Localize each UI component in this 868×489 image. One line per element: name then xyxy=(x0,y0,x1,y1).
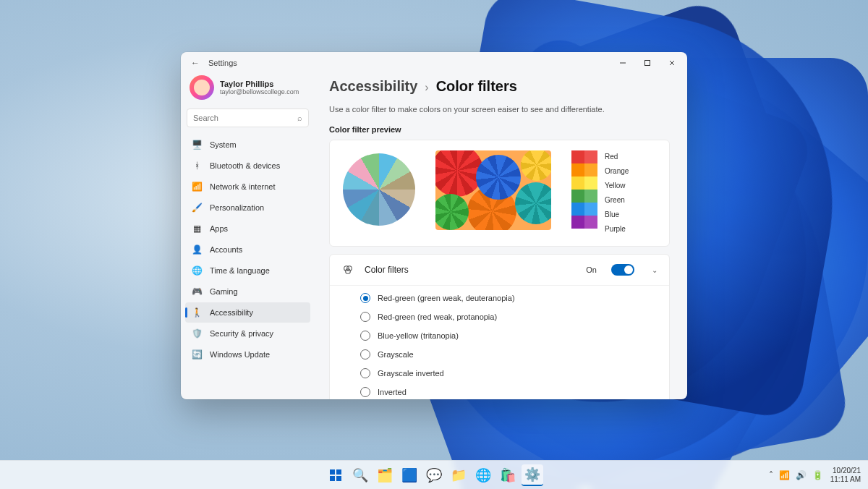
filter-option-label: Blue-yellow (tritanopia) xyxy=(378,331,459,340)
sidebar-item-label: Accessibility xyxy=(210,308,253,317)
time-icon: 🌐 xyxy=(191,265,203,276)
color-swatch xyxy=(584,163,597,177)
color-swatch xyxy=(584,150,597,163)
volume-tray-icon[interactable]: 🔊 xyxy=(796,470,807,480)
sidebar-item-bluetooth-devices[interactable]: ᚼBluetooth & devices xyxy=(185,156,310,176)
sidebar-item-network-internet[interactable]: 📶Network & internet xyxy=(185,177,310,197)
radio-icon xyxy=(360,387,370,397)
window-title: Settings xyxy=(208,59,237,67)
swatch-label: Orange xyxy=(605,165,629,178)
filter-option-label: Red-green (red weak, protanopia) xyxy=(378,312,497,321)
search-input[interactable] xyxy=(193,114,297,122)
svg-rect-10 xyxy=(336,476,341,481)
color-swatch xyxy=(571,163,584,177)
apps-icon: ▦ xyxy=(191,223,203,234)
breadcrumb-parent[interactable]: Accessibility xyxy=(329,78,417,95)
sidebar-item-label: Bluetooth & devices xyxy=(210,161,280,170)
filter-option[interactable]: Grayscale xyxy=(360,345,658,364)
preview-title: Color filter preview xyxy=(329,125,670,134)
close-button[interactable] xyxy=(660,52,684,74)
color-swatch xyxy=(584,203,597,216)
chevron-down-icon: ⌄ xyxy=(652,266,658,274)
breadcrumb: Accessibility › Color filters xyxy=(329,78,670,95)
sidebar-item-label: System xyxy=(210,140,237,149)
sidebar-item-personalization[interactable]: 🖌️Personalization xyxy=(185,197,310,218)
profile-email: taylor@bellowscollege.com xyxy=(220,88,299,95)
minimize-button[interactable] xyxy=(610,52,635,74)
taskbar-search-icon[interactable]: 🔍 xyxy=(349,464,371,486)
filter-option-label: Grayscale inverted xyxy=(378,369,444,378)
taskbar-center: 🔍 🗂️ 🟦 💬 📁 🌐 🛍️ ⚙️ xyxy=(325,464,543,486)
photo-preview xyxy=(435,150,551,230)
gaming-icon: 🎮 xyxy=(191,286,203,297)
taskbar: 🔍 🗂️ 🟦 💬 📁 🌐 🛍️ ⚙️ ˄ 📶 🔊 🔋 10/20/21 11:1… xyxy=(0,460,868,489)
swatch-label: Green xyxy=(605,194,629,207)
filter-icon xyxy=(341,263,354,276)
nav-list: 🖥️SystemᚼBluetooth & devices📶Network & i… xyxy=(185,135,310,365)
svg-rect-1 xyxy=(645,61,650,66)
system-tray[interactable]: ˄ 📶 🔊 🔋 10/20/21 11:11 AM xyxy=(769,467,861,484)
edge-icon[interactable]: 🌐 xyxy=(472,464,494,486)
chat-icon[interactable]: 💬 xyxy=(423,464,445,486)
maximize-button[interactable] xyxy=(635,52,660,74)
toggle-switch[interactable] xyxy=(611,264,634,276)
sidebar-item-accounts[interactable]: 👤Accounts xyxy=(185,239,310,260)
sidebar-item-label: Personalization xyxy=(210,203,264,212)
profile-block[interactable]: Taylor Phillips taylor@bellowscollege.co… xyxy=(185,74,310,107)
toggle-label: Color filters xyxy=(365,265,576,275)
color-swatch xyxy=(571,150,584,163)
settings-app-icon[interactable]: ⚙️ xyxy=(522,464,543,486)
back-button[interactable]: ← xyxy=(187,58,204,68)
svg-rect-7 xyxy=(330,469,335,475)
filter-option[interactable]: Grayscale inverted xyxy=(360,364,658,383)
brush-icon: 🖌️ xyxy=(191,202,203,213)
filter-option[interactable]: Inverted xyxy=(360,383,658,399)
avatar xyxy=(190,75,214,100)
sidebar-item-security-privacy[interactable]: 🛡️Security & privacy xyxy=(185,323,310,344)
sidebar-item-apps[interactable]: ▦Apps xyxy=(185,218,310,239)
filter-option[interactable]: Red-green (green weak, deuteranopia) xyxy=(360,289,658,307)
profile-name: Taylor Phillips xyxy=(220,80,299,88)
sidebar-item-label: Gaming xyxy=(210,287,238,296)
tray-overflow-icon[interactable]: ˄ xyxy=(769,470,773,480)
filter-option[interactable]: Blue-yellow (tritanopia) xyxy=(360,326,658,345)
taskbar-date: 10/20/21 xyxy=(830,467,861,475)
filter-option-label: Red-green (green weak, deuteranopia) xyxy=(378,294,515,302)
widgets-icon[interactable]: 🟦 xyxy=(399,464,420,486)
color-filters-toggle-row[interactable]: Color filters On ⌄ xyxy=(330,255,669,285)
taskbar-time: 11:11 AM xyxy=(830,475,861,484)
search-box[interactable]: ⌕ xyxy=(187,109,309,127)
swatch-label: Yellow xyxy=(605,179,629,192)
accounts-icon: 👤 xyxy=(191,244,203,255)
chevron-right-icon: › xyxy=(425,81,428,94)
settings-window: ← Settings Taylor Phillips taylor@bellow… xyxy=(181,52,687,399)
taskbar-clock[interactable]: 10/20/21 11:11 AM xyxy=(830,467,861,484)
sidebar-item-label: Apps xyxy=(210,224,228,233)
color-swatch xyxy=(571,203,584,216)
start-button[interactable] xyxy=(325,464,346,486)
filter-option[interactable]: Red-green (red weak, protanopia) xyxy=(360,307,658,326)
update-icon: 🔄 xyxy=(191,349,203,360)
sidebar-item-label: Time & language xyxy=(210,266,270,275)
radio-icon xyxy=(360,293,370,303)
bluetooth-icon: ᚼ xyxy=(191,160,203,171)
task-view-icon[interactable]: 🗂️ xyxy=(374,464,396,486)
filter-option-label: Grayscale xyxy=(378,350,414,359)
sidebar-item-time-language[interactable]: 🌐Time & language xyxy=(185,260,310,281)
sidebar-item-system[interactable]: 🖥️System xyxy=(185,135,310,155)
sidebar-item-windows-update[interactable]: 🔄Windows Update xyxy=(185,344,310,365)
filter-options-list: Red-green (green weak, deuteranopia)Red-… xyxy=(330,285,669,399)
battery-tray-icon[interactable]: 🔋 xyxy=(812,470,823,480)
radio-icon xyxy=(360,368,370,378)
sidebar-item-label: Network & internet xyxy=(210,182,275,191)
store-icon[interactable]: 🛍️ xyxy=(497,464,519,486)
file-explorer-icon[interactable]: 📁 xyxy=(448,464,469,486)
sidebar-item-accessibility[interactable]: 🚶Accessibility xyxy=(185,302,310,323)
wifi-tray-icon[interactable]: 📶 xyxy=(779,470,790,480)
radio-icon xyxy=(360,349,370,360)
swatch-label: Blue xyxy=(605,208,629,221)
color-swatch xyxy=(584,216,597,229)
filter-option-label: Inverted xyxy=(378,388,407,396)
monitor-icon: 🖥️ xyxy=(191,139,203,150)
sidebar-item-gaming[interactable]: 🎮Gaming xyxy=(185,281,310,302)
